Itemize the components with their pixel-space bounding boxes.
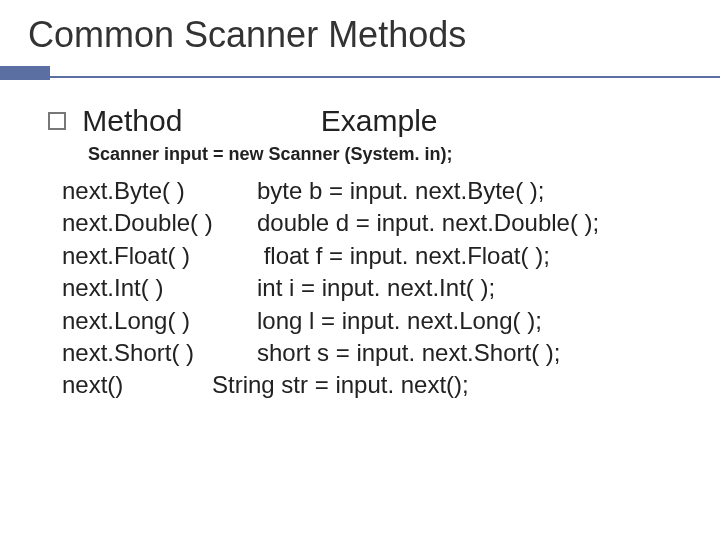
method-cell: next.Short( ) — [62, 337, 257, 369]
table-row: next.Double( )double d = input. next.Dou… — [62, 207, 720, 239]
method-cell: next.Byte( ) — [62, 175, 257, 207]
method-cell: next.Long( ) — [62, 305, 257, 337]
example-cell: String str = input. next(); — [212, 371, 469, 398]
example-cell: int i = input. next.Int( ); — [257, 274, 495, 301]
scanner-declaration: Scanner input = new Scanner (System. in)… — [0, 138, 720, 175]
table-row: next.Long( )long l = input. next.Long( )… — [62, 305, 720, 337]
method-cell: next.Float( ) — [62, 240, 257, 272]
example-cell: long l = input. next.Long( ); — [257, 307, 542, 334]
method-rows: next.Byte( )byte b = input. next.Byte( )… — [0, 175, 720, 402]
table-row: next()String str = input. next(); — [62, 369, 720, 401]
method-cell: next() — [62, 369, 212, 401]
example-cell: float f = input. next.Float( ); — [257, 242, 550, 269]
accent-bar — [0, 66, 720, 80]
example-cell: byte b = input. next.Byte( ); — [257, 177, 544, 204]
table-row: next.Float( ) float f = input. next.Floa… — [62, 240, 720, 272]
column-headers: Method Example — [0, 102, 720, 138]
header-example: Example — [321, 104, 438, 138]
table-row: next.Byte( )byte b = input. next.Byte( )… — [62, 175, 720, 207]
bullet-icon — [48, 112, 66, 130]
table-row: next.Int( )int i = input. next.Int( ); — [62, 272, 720, 304]
method-cell: next.Double( ) — [62, 207, 257, 239]
example-cell: short s = input. next.Short( ); — [257, 339, 560, 366]
method-cell: next.Int( ) — [62, 272, 257, 304]
table-row: next.Short( )short s = input. next.Short… — [62, 337, 720, 369]
header-method: Method — [82, 104, 182, 138]
example-cell: double d = input. next.Double( ); — [257, 209, 599, 236]
page-title: Common Scanner Methods — [0, 0, 720, 66]
